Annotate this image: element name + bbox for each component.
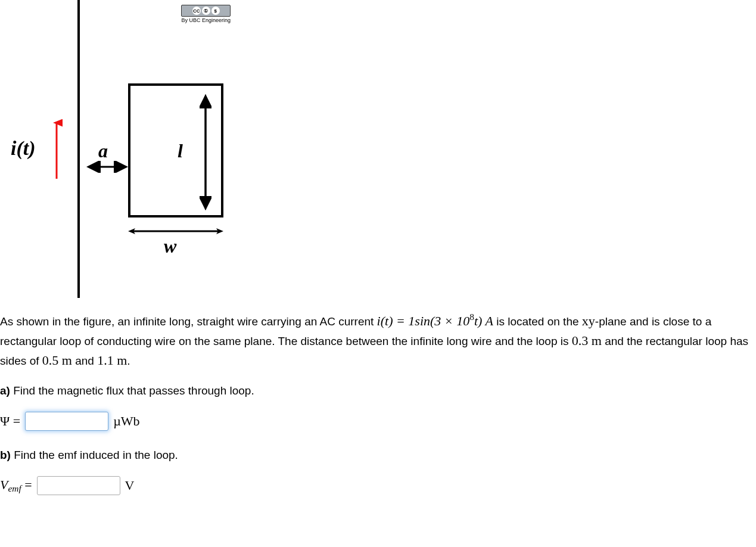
value-a: 0.3 m <box>572 333 602 348</box>
part-a-answer-row: Ψ = µWb <box>0 412 756 431</box>
psi-input[interactable] <box>25 412 108 431</box>
problem-statement: As shown in the figure, an infinite long… <box>0 310 756 370</box>
part-b-text: Find the emf induced in the loop. <box>11 449 178 461</box>
length-l-label: l <box>178 140 183 162</box>
current-arrow-icon <box>51 119 63 182</box>
nc-icon: $ <box>211 7 220 15</box>
psi-unit-label: µWb <box>113 414 139 429</box>
vemf-unit-label: V <box>125 478 135 493</box>
cc-icon: CC <box>192 7 201 15</box>
part-b-answer-row: Vemf = V <box>0 476 756 495</box>
by-icon: ① <box>202 7 210 15</box>
length-l-arrow-icon <box>200 94 211 213</box>
value-l: 1.1 m <box>97 353 127 368</box>
intro-text-1: As shown in the figure, an infinite long… <box>0 315 377 328</box>
value-w: 0.5 m <box>42 353 72 368</box>
xy-plane-label: xy <box>582 313 595 328</box>
cc-license-badge: CC ① $ By UBC Engineering <box>181 5 231 23</box>
cc-license-icons: CC ① $ <box>181 5 231 17</box>
intro-text-2: is located on the <box>493 315 582 328</box>
cc-attribution-text: By UBC Engineering <box>181 18 231 23</box>
figure: CC ① $ By UBC Engineering i(t) <box>0 0 235 298</box>
vemf-input[interactable] <box>37 476 120 495</box>
part-b-label: b) <box>0 449 11 461</box>
current-formula: i(t) = 1sin(3 × 108t) A <box>377 313 493 328</box>
intro-text-6: . <box>127 355 130 367</box>
current-label: i(t) <box>11 137 36 160</box>
psi-equals-label: Ψ = <box>0 414 20 429</box>
distance-a-arrow-icon <box>86 161 128 176</box>
intro-text-5: and <box>72 355 97 367</box>
infinite-wire <box>77 0 80 298</box>
vemf-equals-label: Vemf = <box>0 477 32 494</box>
distance-a-label: a <box>98 140 108 162</box>
part-a-label: a) <box>0 384 10 397</box>
part-a-prompt: a) Find the magnetic flux that passes th… <box>0 384 756 397</box>
width-w-label: w <box>164 235 176 257</box>
part-a-text: Find the magnetic flux that passes throu… <box>10 384 254 397</box>
part-b-prompt: b) Find the emf induced in the loop. <box>0 449 756 462</box>
